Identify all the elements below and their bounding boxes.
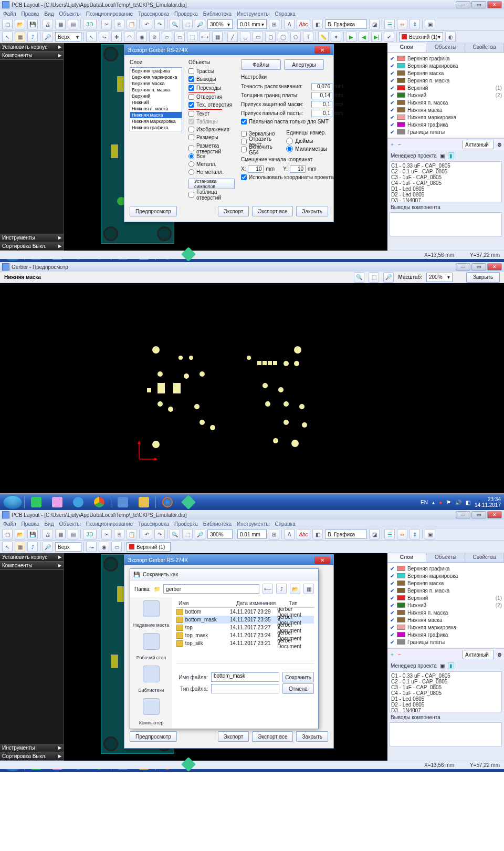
- measure-icon[interactable]: 📏: [318, 32, 329, 42]
- goto-icon[interactable]: ⤴: [27, 542, 38, 552]
- 3d-button[interactable]: 3D: [83, 529, 97, 539]
- misc3-icon[interactable]: ⇕: [410, 529, 420, 539]
- dialog-close-button[interactable]: ✕: [314, 46, 330, 54]
- titles-icon[interactable]: ▤: [68, 529, 78, 539]
- layer-color-swatch[interactable]: [397, 639, 405, 645]
- layer-visible-check[interactable]: ✔: [390, 92, 395, 98]
- radio-nonmetal[interactable]: [188, 169, 194, 175]
- layer-list-item[interactable]: Нижняя маркировка: [130, 118, 182, 124]
- close-button[interactable]: ✕: [487, 263, 502, 271]
- chk-pads[interactable]: [188, 76, 194, 82]
- menu-item[interactable]: Трассировка: [138, 521, 169, 527]
- cut-icon[interactable]: ✂: [101, 19, 112, 29]
- find-icon[interactable]: 🔎: [43, 542, 53, 552]
- up-icon[interactable]: ⤴: [276, 584, 287, 594]
- layer-visible-check[interactable]: ✔: [390, 129, 395, 134]
- layer-color-swatch[interactable]: [397, 632, 405, 637]
- visibility-icon[interactable]: ◪: [369, 529, 380, 539]
- settings-input[interactable]: 0,14: [311, 92, 332, 99]
- back-icon[interactable]: ⟵: [262, 584, 273, 594]
- layer-icon[interactable]: ◧: [312, 19, 323, 29]
- cursor-icon[interactable]: ↖: [2, 32, 13, 42]
- layer-color-swatch[interactable]: [397, 595, 405, 600]
- layer-row[interactable]: ✔Верхний(1): [390, 594, 502, 601]
- layer-color-swatch[interactable]: [397, 63, 405, 68]
- titles-icon[interactable]: ▤: [68, 19, 78, 29]
- layer-visible-check[interactable]: ✔: [390, 639, 395, 645]
- layer-visible-check[interactable]: ✔: [390, 70, 395, 76]
- misc2-icon[interactable]: ⇔: [397, 529, 407, 539]
- chk-vias[interactable]: [188, 85, 194, 91]
- layer-visible-check[interactable]: ✔: [390, 603, 395, 608]
- layer-visible-check[interactable]: ✔: [390, 617, 395, 622]
- lang-indicator[interactable]: EN: [421, 500, 428, 505]
- layer-visible-check[interactable]: ✔: [390, 100, 395, 105]
- chk-text[interactable]: [188, 111, 194, 117]
- places-desktop-icon[interactable]: [143, 633, 160, 650]
- chk-traces[interactable]: [188, 68, 194, 74]
- proj-icon[interactable]: ▣: [440, 663, 445, 669]
- gerber-preview-canvas[interactable]: [0, 283, 504, 493]
- layer-visible-check[interactable]: ✔: [390, 632, 395, 637]
- export-button[interactable]: Экспорт: [218, 731, 249, 742]
- preview-button[interactable]: Предпросмотр: [130, 206, 177, 216]
- rect-icon[interactable]: ▭: [111, 542, 122, 552]
- settings-input[interactable]: 0,076: [311, 83, 332, 90]
- layer-row[interactable]: ✔Верхняя п. маска: [390, 587, 502, 594]
- filename-input[interactable]: bottom_mask: [211, 672, 279, 682]
- file-save-icon[interactable]: 💾: [27, 19, 38, 29]
- layer-color-swatch[interactable]: [397, 580, 405, 586]
- radio-metal[interactable]: [188, 161, 194, 167]
- layer-visible-check[interactable]: ✔: [390, 122, 395, 127]
- via-icon[interactable]: ◉: [99, 542, 109, 552]
- misc2-icon[interactable]: ⇔: [397, 19, 407, 29]
- newfolder-icon[interactable]: 📂: [290, 584, 300, 594]
- menu-item[interactable]: Вид: [44, 521, 54, 527]
- paste-icon[interactable]: 📋: [127, 19, 137, 29]
- layer-list-item[interactable]: Нижний: [130, 99, 182, 106]
- layer-toggle-icon[interactable]: ◐: [445, 32, 456, 42]
- chk-g54[interactable]: [241, 147, 247, 152]
- add-icon[interactable]: ✚: [111, 32, 122, 42]
- preview-icon[interactable]: ▦: [55, 529, 66, 539]
- layer-row[interactable]: ✔Нижняя маркировка: [390, 624, 502, 631]
- wire-icon[interactable]: ↝: [86, 542, 97, 552]
- chk-mtholes[interactable]: [188, 102, 194, 108]
- step-icon[interactable]: ▶|: [371, 32, 382, 42]
- menu-item[interactable]: Объекты: [59, 11, 80, 17]
- grid-combo[interactable]: 0.01 mm: [237, 530, 267, 539]
- text-label-icon[interactable]: Abc: [297, 19, 310, 29]
- chk-holes[interactable]: [188, 94, 194, 100]
- layer-list-item[interactable]: Нижняя маска: [130, 112, 182, 118]
- layer-row[interactable]: ✔Нижняя маска: [390, 106, 502, 113]
- layer-list-item[interactable]: Верхняя графика: [130, 68, 182, 74]
- tab-properties[interactable]: Свойства: [465, 553, 504, 562]
- tab-objects[interactable]: Объекты: [426, 43, 465, 52]
- panel-header[interactable]: Инструменты▶: [0, 744, 64, 752]
- zoom-win-icon[interactable]: ⬚: [369, 272, 379, 283]
- save-cancel-button[interactable]: Отмена: [282, 683, 314, 694]
- layer-color-swatch[interactable]: [397, 100, 405, 105]
- tb-app-icon[interactable]: [179, 496, 198, 508]
- layer-row[interactable]: ✔Верхняя маска: [390, 579, 502, 587]
- layer-visible-check[interactable]: ✔: [390, 85, 395, 90]
- layer-visible-check[interactable]: ✔: [390, 78, 395, 83]
- export-button[interactable]: Экспорт: [218, 206, 249, 216]
- export-all-button[interactable]: Экспорт все: [252, 731, 293, 742]
- layer-list-item[interactable]: Нижняя графика: [130, 124, 182, 131]
- layer-icon[interactable]: ◧: [312, 529, 323, 539]
- hole-icon[interactable]: ⊘: [149, 32, 160, 42]
- minimize-button[interactable]: —: [456, 511, 470, 518]
- col-name[interactable]: Имя: [176, 599, 234, 607]
- layer-list-item[interactable]: Верхняя маркировка: [130, 74, 182, 80]
- font-icon[interactable]: A: [284, 19, 295, 29]
- component-item[interactable]: C3 - 1uF - CAP_0805: [391, 174, 500, 180]
- component-item[interactable]: C4 - 1uF - CAP_0805: [391, 180, 500, 186]
- layer-mode-combo[interactable]: Активный: [463, 140, 494, 149]
- menu-item[interactable]: Правка: [22, 11, 39, 17]
- panel-header-tools[interactable]: Инструменты▶: [0, 234, 64, 242]
- output-icon[interactable]: ▣: [425, 529, 435, 539]
- layer-color-swatch[interactable]: [397, 603, 405, 608]
- minimize-button[interactable]: —: [456, 1, 470, 8]
- layer-row[interactable]: ✔Нижняя маркировка: [390, 113, 502, 121]
